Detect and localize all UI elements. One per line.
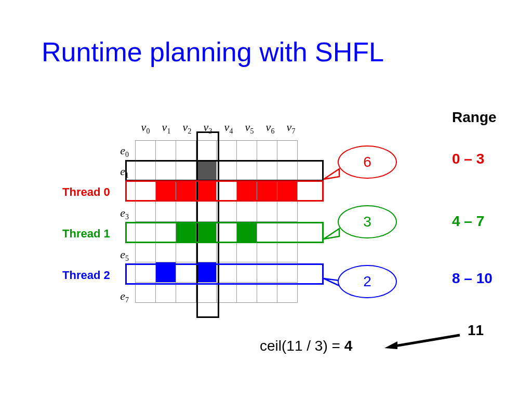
callout-red: 6 — [338, 145, 397, 179]
svg-marker-1 — [384, 341, 397, 349]
thread0-label: Thread 0 — [62, 185, 110, 199]
thread1-label: Thread 1 — [62, 227, 110, 241]
callout-tail-green — [321, 226, 342, 247]
column-labels: v0 v1 v2 v3 v4 v5 v6 v7 — [135, 121, 301, 136]
grid — [135, 140, 298, 303]
arrow-icon — [384, 331, 462, 352]
row-labels: e0 e1 e3 e5 e7 — [113, 140, 129, 307]
ceil-formula: ceil(11 / 3) = 4 — [260, 338, 352, 354]
callout-tail-red — [321, 166, 342, 187]
thread2-label: Thread 2 — [62, 269, 110, 282]
slide-title: Runtime planning with SHFL — [42, 36, 384, 68]
range-thread1: 4 – 7 — [452, 213, 484, 230]
range-header: Range — [452, 109, 497, 126]
svg-line-0 — [392, 335, 460, 347]
callout-blue: 2 — [338, 265, 397, 298]
range-thread2: 8 – 10 — [452, 270, 493, 287]
total-eleven: 11 — [468, 322, 484, 339]
callout-green: 3 — [338, 205, 397, 238]
range-thread0: 0 – 3 — [452, 151, 484, 167]
